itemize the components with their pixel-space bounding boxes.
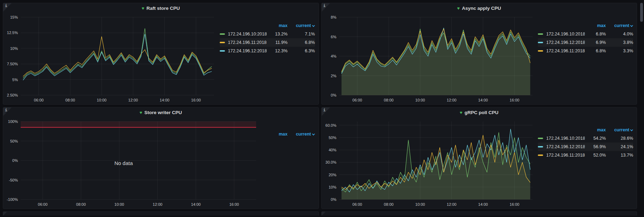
legend-current-header[interactable]: current [289,23,315,28]
async-apply-cpu-chart[interactable]: 0%2%4%6%8%06:0008:0010:0012:0014:0016:00 [322,13,536,104]
svg-text:14:00: 14:00 [160,98,170,102]
chevron-down-icon [630,128,633,131]
legend-series-swatch [538,50,543,52]
panel-title: Async apply CPU [462,6,501,11]
legend-max-value: 6.9% [586,40,606,45]
legend-current-value: 6.8% [289,40,315,45]
legend-row: 172.24.196.12:2018012.3%6.3% [220,47,315,55]
legend-series-name[interactable]: 172.24.196.12:20180 [546,40,585,45]
svg-text:10%: 10% [328,185,336,189]
legend-max-value: 12.3% [268,48,288,53]
svg-text:16:00: 16:00 [229,202,239,206]
scrollbar-thumb[interactable] [640,3,643,22]
svg-text:8%: 8% [331,15,336,19]
panel-title: gRPC poll CPU [465,110,499,115]
legend-current-header[interactable]: current [607,23,633,28]
legend-max-header[interactable]: max [586,23,606,28]
legend-row: 172.24.196.10:201806.8%4.0% [538,30,633,38]
legend-max-value: 6.8% [586,32,606,37]
chevron-down-icon [312,24,315,27]
legend-header: maxcurrent [258,130,315,138]
legend-header: maxcurrent [538,21,633,30]
svg-text:2%: 2% [331,74,336,78]
raft-store-cpu-chart[interactable]: 2.50%5%7.50%10%12.5%15%06:0008:0010:0012… [3,13,218,104]
svg-text:16:00: 16:00 [509,202,519,206]
svg-text:08:00: 08:00 [384,98,393,102]
legend-current-value: 13.7% [607,153,633,158]
grpc-poll-cpu-chart[interactable]: 0%10%20%30.0%40%50%60.0%06:0008:0010:001… [322,117,536,209]
svg-text:-100%: -100% [7,197,18,202]
legend-series-swatch [220,33,225,35]
legend-header: maxcurrent [220,21,315,30]
legend-series-name[interactable]: 172.24.196.10:20180 [546,32,585,37]
legend-row: 172.24.196.10:2018013.2%7.1% [220,30,315,38]
svg-text:0%: 0% [331,93,336,97]
panel-store-writer-cpu: i ♥ Store writer CPU No data -100%-50%0%… [3,107,319,209]
svg-text:4%: 4% [331,54,336,58]
legend-max-value: 54.2% [586,136,606,141]
svg-text:2.50%: 2.50% [7,93,18,97]
svg-text:40%: 40% [328,148,336,152]
svg-text:12:00: 12:00 [153,202,163,206]
panel-header[interactable]: ♥ Async apply CPU [322,3,637,13]
panel-raft-store-cpu: i ♥ Raft store CPU 2.50%5%7.50%10%12.5%1… [3,3,319,105]
svg-text:-50%: -50% [9,178,18,182]
legend-series-name[interactable]: 172.24.196.10:20180 [228,32,267,37]
store-writer-cpu-chart[interactable]: No data -100%-50%0%50%100%06:0008:0010:0… [3,117,256,209]
svg-text:06:00: 06:00 [352,98,362,102]
chevron-down-icon [630,24,633,27]
panel-title: Raft store CPU [146,6,180,11]
legend-max-header[interactable]: max [586,127,606,132]
legend-series-name[interactable]: 172.24.196.11:20180 [546,48,585,53]
legend-current-value: 4.0% [607,32,633,37]
legend-max-value: 6.8% [586,48,606,53]
svg-text:14:00: 14:00 [191,202,201,206]
svg-text:10:00: 10:00 [97,98,107,102]
legend-row: 172.24.196.11:201806.8%3.3% [538,47,633,55]
legend-current-header[interactable]: current [289,132,315,137]
legend-series-swatch [538,154,543,156]
legend-max-header[interactable]: max [268,23,288,28]
panel-info-icon[interactable] [3,212,7,216]
svg-text:08:00: 08:00 [66,98,75,102]
legend-series-name[interactable]: 172.24.196.11:20180 [546,153,585,158]
svg-text:08:00: 08:00 [76,202,86,206]
panel-info-icon[interactable] [322,212,326,216]
svg-text:6%: 6% [331,35,336,39]
legend-series-name[interactable]: 172.24.196.11:20180 [228,40,267,45]
svg-text:0%: 0% [331,197,336,202]
svg-text:0%: 0% [12,158,18,163]
legend-current-header[interactable]: current [607,127,633,132]
health-heart-icon: ♥ [460,110,463,115]
svg-text:06:00: 06:00 [352,202,362,206]
panel-header[interactable]: ♥ gRPC poll CPU [322,107,637,117]
raft-store-cpu-legend: maxcurrent172.24.196.10:2018013.2%7.1%17… [218,13,318,104]
legend-series-swatch [220,42,225,43]
legend-row: 172.24.196.11:2018011.9%6.8% [220,38,315,47]
scrollbar[interactable] [640,1,643,216]
legend-series-swatch [220,50,225,52]
svg-text:50%: 50% [10,139,18,143]
legend-series-swatch [538,146,543,147]
svg-text:7.50%: 7.50% [7,62,18,66]
panel-header[interactable]: ♥ Store writer CPU [3,107,318,117]
legend-series-name[interactable]: 172.24.196.12:20180 [546,144,585,149]
legend-current-value: 3.3% [607,48,633,53]
legend-row: 172.24.196.12:201806.9%3.8% [538,38,633,47]
legend-max-value: 11.9% [268,40,288,45]
svg-text:30.0%: 30.0% [325,160,336,164]
health-heart-icon: ♥ [139,110,142,115]
svg-text:15%: 15% [10,15,18,19]
legend-series-name[interactable]: 172.24.196.10:20180 [546,136,585,141]
svg-text:12:00: 12:00 [447,98,457,102]
svg-text:5%: 5% [12,78,18,82]
panel-next-row-right [321,211,637,216]
svg-text:14:00: 14:00 [478,202,488,206]
legend-series-name[interactable]: 172.24.196.12:20180 [228,48,267,53]
panel-header[interactable]: ♥ Raft store CPU [3,3,318,13]
legend-max-header[interactable]: max [268,132,288,137]
legend-series-swatch [538,33,543,35]
svg-text:16:00: 16:00 [509,98,519,102]
svg-text:10:00: 10:00 [415,202,425,206]
svg-text:10%: 10% [10,46,18,51]
